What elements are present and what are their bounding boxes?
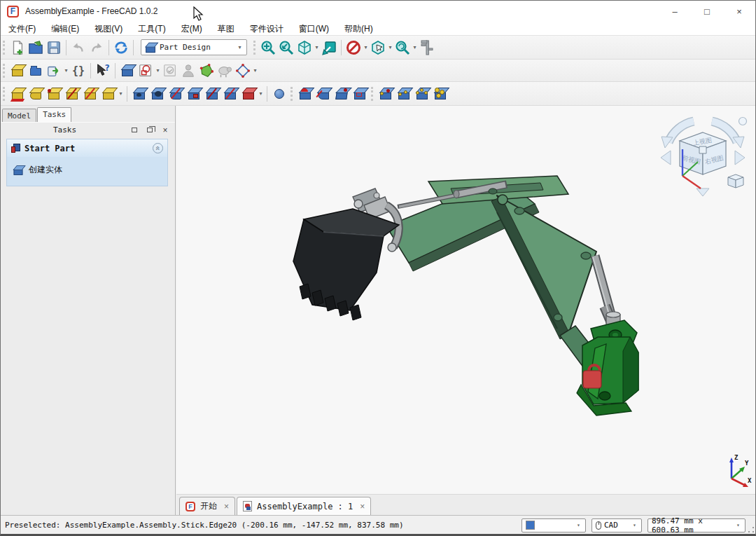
whats-this-icon[interactable]: ?	[94, 62, 112, 80]
dock-close-button[interactable]: ×	[160, 125, 171, 135]
svg-text:?: ?	[105, 63, 110, 73]
tab-tasks[interactable]: Tasks	[37, 107, 71, 122]
additive-primitive-icon[interactable]	[99, 85, 118, 103]
collapse-chevron-icon[interactable]: «	[153, 143, 163, 153]
toolbar-grip[interactable]	[3, 64, 6, 78]
menu-partdesign[interactable]: 零件设计	[242, 22, 291, 36]
dropdown-icon[interactable]: ▾	[252, 67, 258, 74]
menu-macro[interactable]: 宏(M)	[174, 22, 210, 36]
save-icon[interactable]	[45, 39, 63, 57]
clone-icon[interactable]	[216, 62, 234, 80]
menu-window[interactable]: 窗口(W)	[291, 22, 337, 36]
fit-all-icon[interactable]	[259, 39, 277, 57]
pad-icon[interactable]	[8, 85, 27, 103]
menu-bar: 文件(F) 编辑(E) 视图(V) 工具(T) 宏(M) 草图 零件设计 窗口(…	[1, 22, 755, 36]
open-file-icon[interactable]	[27, 39, 45, 57]
minimize-button[interactable]: –	[659, 1, 691, 22]
expression-icon[interactable]: {}	[69, 62, 88, 80]
create-sketch-icon[interactable]	[136, 62, 155, 80]
navigation-cube[interactable]: 上视图 前视图 右视图	[657, 114, 748, 198]
dock-minimize-button[interactable]	[129, 125, 140, 135]
dropdown-icon[interactable]: ▾	[412, 44, 418, 50]
subtractive-sweep-icon[interactable]	[203, 85, 221, 103]
boolean-icon[interactable]	[270, 85, 288, 103]
create-body-icon[interactable]	[118, 62, 136, 80]
axonometric-view-icon[interactable]	[295, 39, 314, 57]
dropdown-icon[interactable]: ▾	[155, 67, 161, 74]
subtractive-primitive-icon[interactable]	[239, 85, 258, 103]
groove-icon[interactable]	[167, 85, 185, 103]
create-group-icon[interactable]	[27, 62, 45, 80]
tab-start-page[interactable]: F 开始 ×	[179, 497, 235, 515]
subtractive-loft-icon[interactable]	[185, 85, 203, 103]
dropdown-icon[interactable]: ▾	[314, 44, 320, 50]
dropdown-icon[interactable]: ▾	[118, 90, 124, 97]
toolbar-grip[interactable]	[253, 41, 256, 55]
task-group-header[interactable]: Start Part «	[7, 139, 167, 157]
dropdown-icon[interactable]: ▾	[258, 90, 264, 97]
subtractive-helix-icon[interactable]	[221, 85, 239, 103]
mirrored-icon[interactable]	[377, 85, 395, 103]
dropdown-icon[interactable]: ▾	[387, 44, 393, 50]
toolbar-grip[interactable]	[3, 41, 6, 55]
measure-icon[interactable]	[418, 39, 436, 57]
resize-grip[interactable]	[748, 526, 755, 533]
dock-float-button[interactable]	[144, 125, 155, 135]
draft-icon[interactable]	[332, 85, 351, 103]
create-solid-label: 创建实体	[29, 164, 62, 176]
additive-helix-icon[interactable]	[81, 85, 99, 103]
attach-sketch-icon[interactable]	[179, 62, 197, 80]
additive-loft-icon[interactable]	[45, 85, 63, 103]
undo-icon[interactable]	[69, 39, 88, 57]
menu-file[interactable]: 文件(F)	[1, 22, 43, 36]
datum-icon[interactable]	[234, 62, 252, 80]
multitransform-icon[interactable]	[431, 85, 449, 103]
workbench-selector-value: Part Design	[160, 43, 211, 52]
tab-assembly-example[interactable]: AssemblyExample : 1 ×	[237, 497, 371, 515]
clipping-plane-icon[interactable]	[344, 39, 363, 57]
view-zoom-icon[interactable]	[393, 39, 412, 57]
maximize-button[interactable]: □	[691, 1, 723, 22]
link-make-icon[interactable]	[45, 62, 63, 80]
menu-help[interactable]: 帮助(H)	[337, 22, 381, 36]
menu-sketch[interactable]: 草图	[210, 22, 242, 36]
tab-close-icon[interactable]: ×	[224, 502, 229, 511]
3d-viewport[interactable]: 上视图 前视图 右视图 Z Y	[176, 106, 755, 494]
view-dimension-selector[interactable]: 896.47 mm x 600.63 mm ▾	[648, 518, 746, 532]
revolution-icon[interactable]	[27, 85, 45, 103]
pocket-icon[interactable]	[130, 85, 148, 103]
refresh-icon[interactable]	[112, 39, 130, 57]
fillet-icon[interactable]	[296, 85, 314, 103]
tab-close-icon[interactable]: ×	[360, 502, 365, 511]
additive-sweep-icon[interactable]	[63, 85, 81, 103]
zoom-selection-icon[interactable]	[277, 39, 295, 57]
toolbar-grip[interactable]	[290, 87, 293, 101]
create-solid-task[interactable]: 创建实体	[13, 164, 162, 176]
toolbar-grip[interactable]	[371, 87, 374, 101]
hole-icon[interactable]	[148, 85, 167, 103]
tab-model[interactable]: Model	[2, 109, 36, 122]
polar-pattern-icon[interactable]	[413, 85, 431, 103]
redo-icon[interactable]	[88, 39, 106, 57]
sync-view-icon[interactable]	[320, 39, 338, 57]
dock-header: Tasks ×	[1, 122, 175, 137]
draw-style-icon[interactable]	[369, 39, 387, 57]
nav-rotate-ccw-icon	[739, 118, 747, 125]
new-file-icon[interactable]	[8, 39, 27, 57]
unit-system-selector[interactable]: ▾	[522, 518, 586, 532]
workbench-selector[interactable]: Part Design ▾	[141, 39, 247, 55]
menu-view[interactable]: 视图(V)	[87, 22, 130, 36]
edit-sketch-icon[interactable]	[161, 62, 179, 80]
close-button[interactable]: ×	[723, 1, 755, 22]
navigation-style-selector[interactable]: CAD ▾	[592, 518, 642, 532]
toolbar-grip[interactable]	[3, 87, 6, 101]
create-part-icon[interactable]	[8, 62, 27, 80]
menu-tools[interactable]: 工具(T)	[130, 22, 173, 36]
validate-sketch-icon[interactable]	[197, 62, 216, 80]
dropdown-icon[interactable]: ▾	[63, 67, 69, 74]
dropdown-icon[interactable]: ▾	[363, 44, 369, 50]
menu-edit[interactable]: 编辑(E)	[43, 22, 87, 36]
chamfer-icon[interactable]	[314, 85, 332, 103]
thickness-icon[interactable]	[351, 85, 369, 103]
linear-pattern-icon[interactable]	[395, 85, 413, 103]
